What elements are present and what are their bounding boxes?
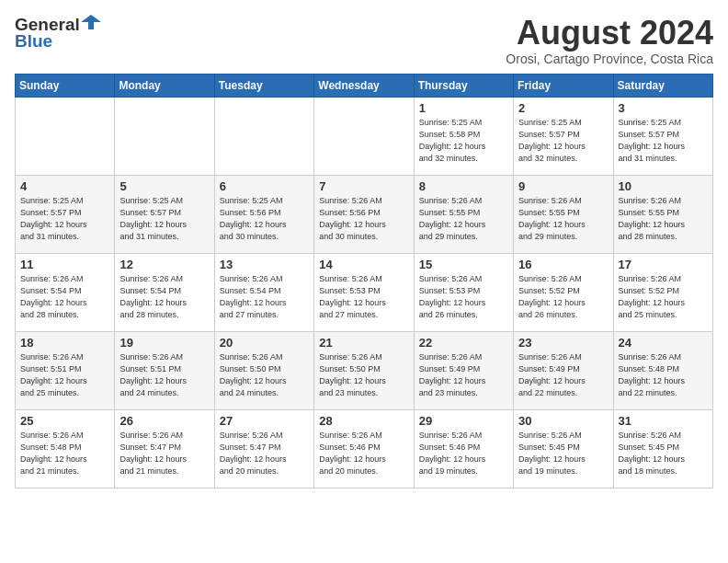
week-row-3: 11Sunrise: 5:26 AM Sunset: 5:54 PM Dayli… [16,253,713,331]
day-number: 15 [419,258,508,271]
calendar-cell: 12Sunrise: 5:26 AM Sunset: 5:54 PM Dayli… [115,253,214,331]
svg-marker-0 [81,15,101,29]
calendar-cell: 3Sunrise: 5:25 AM Sunset: 5:57 PM Daylig… [613,97,712,175]
calendar-cell: 1Sunrise: 5:25 AM Sunset: 5:58 PM Daylig… [414,97,513,175]
calendar-cell: 13Sunrise: 5:26 AM Sunset: 5:54 PM Dayli… [214,253,313,331]
day-info: Sunrise: 5:26 AM Sunset: 5:55 PM Dayligh… [419,195,508,243]
day-number: 18 [20,336,109,350]
calendar-cell: 20Sunrise: 5:26 AM Sunset: 5:50 PM Dayli… [214,331,313,409]
day-number: 31 [619,414,708,428]
calendar-cell: 2Sunrise: 5:25 AM Sunset: 5:57 PM Daylig… [514,97,613,175]
day-number: 5 [119,179,209,193]
day-number: 8 [419,179,508,193]
calendar-cell: 29Sunrise: 5:26 AM Sunset: 5:46 PM Dayli… [414,409,513,488]
calendar-cell: 5Sunrise: 5:25 AM Sunset: 5:57 PM Daylig… [115,175,214,253]
day-number: 29 [419,414,508,428]
day-info: Sunrise: 5:25 AM Sunset: 5:57 PM Dayligh… [518,117,608,165]
day-info: Sunrise: 5:25 AM Sunset: 5:57 PM Dayligh… [119,195,209,243]
day-info: Sunrise: 5:26 AM Sunset: 5:54 PM Dayligh… [20,273,109,321]
day-number: 20 [220,336,309,350]
day-number: 22 [419,336,508,350]
calendar-cell: 7Sunrise: 5:26 AM Sunset: 5:56 PM Daylig… [314,175,414,253]
day-number: 1 [419,101,508,115]
calendar-cell [314,97,414,175]
day-number: 10 [619,179,708,193]
day-header-saturday: Saturday [613,74,712,97]
day-number: 16 [518,258,608,271]
calendar-cell: 14Sunrise: 5:26 AM Sunset: 5:53 PM Dayli… [314,253,414,331]
calendar-cell: 8Sunrise: 5:26 AM Sunset: 5:55 PM Daylig… [414,175,513,253]
day-info: Sunrise: 5:26 AM Sunset: 5:47 PM Dayligh… [220,430,309,477]
calendar-cell: 23Sunrise: 5:26 AM Sunset: 5:49 PM Dayli… [514,331,613,409]
day-info: Sunrise: 5:26 AM Sunset: 5:45 PM Dayligh… [518,430,608,477]
calendar-cell: 9Sunrise: 5:26 AM Sunset: 5:55 PM Daylig… [514,175,613,253]
day-header-monday: Monday [115,74,214,97]
day-info: Sunrise: 5:26 AM Sunset: 5:51 PM Dayligh… [119,351,209,399]
day-info: Sunrise: 5:26 AM Sunset: 5:46 PM Dayligh… [419,430,508,477]
day-info: Sunrise: 5:26 AM Sunset: 5:49 PM Dayligh… [419,351,508,399]
day-number: 7 [319,179,408,193]
day-info: Sunrise: 5:26 AM Sunset: 5:47 PM Dayligh… [119,430,209,477]
day-info: Sunrise: 5:26 AM Sunset: 5:45 PM Dayligh… [619,430,708,477]
day-info: Sunrise: 5:25 AM Sunset: 5:57 PM Dayligh… [20,195,109,243]
calendar-cell [115,97,214,175]
location-subtitle: Orosi, Cartago Province, Costa Rica [506,52,713,66]
day-info: Sunrise: 5:26 AM Sunset: 5:54 PM Dayligh… [220,273,309,321]
calendar-cell: 18Sunrise: 5:26 AM Sunset: 5:51 PM Dayli… [16,331,115,409]
day-info: Sunrise: 5:26 AM Sunset: 5:55 PM Dayligh… [518,195,608,243]
day-info: Sunrise: 5:25 AM Sunset: 5:57 PM Dayligh… [619,117,708,165]
week-row-5: 25Sunrise: 5:26 AM Sunset: 5:48 PM Dayli… [16,409,713,488]
day-number: 24 [619,336,708,350]
day-info: Sunrise: 5:26 AM Sunset: 5:51 PM Dayligh… [20,351,109,399]
calendar-cell: 10Sunrise: 5:26 AM Sunset: 5:55 PM Dayli… [613,175,712,253]
day-info: Sunrise: 5:26 AM Sunset: 5:52 PM Dayligh… [619,273,708,321]
logo-blue-text: Blue [15,31,52,52]
day-info: Sunrise: 5:26 AM Sunset: 5:53 PM Dayligh… [319,273,408,321]
title-area: August 2024 Orosi, Cartago Province, Cos… [506,15,713,66]
day-header-tuesday: Tuesday [214,74,313,97]
day-number: 17 [619,258,708,271]
calendar-cell: 31Sunrise: 5:26 AM Sunset: 5:45 PM Dayli… [613,409,712,488]
logo: General Blue [15,15,101,52]
day-info: Sunrise: 5:26 AM Sunset: 5:52 PM Dayligh… [518,273,608,321]
calendar-cell: 21Sunrise: 5:26 AM Sunset: 5:50 PM Dayli… [314,331,414,409]
day-info: Sunrise: 5:26 AM Sunset: 5:56 PM Dayligh… [319,195,408,243]
day-info: Sunrise: 5:25 AM Sunset: 5:58 PM Dayligh… [419,117,508,165]
day-number: 11 [20,258,109,271]
day-number: 21 [319,336,408,350]
week-row-4: 18Sunrise: 5:26 AM Sunset: 5:51 PM Dayli… [16,331,713,409]
calendar-cell: 11Sunrise: 5:26 AM Sunset: 5:54 PM Dayli… [16,253,115,331]
calendar-cell: 25Sunrise: 5:26 AM Sunset: 5:48 PM Dayli… [16,409,115,488]
day-number: 14 [319,258,408,271]
calendar-cell: 28Sunrise: 5:26 AM Sunset: 5:46 PM Dayli… [314,409,414,488]
day-number: 12 [119,258,209,271]
logo-bird-icon [81,13,101,33]
calendar-table: SundayMondayTuesdayWednesdayThursdayFrid… [15,74,713,488]
calendar-cell: 17Sunrise: 5:26 AM Sunset: 5:52 PM Dayli… [613,253,712,331]
day-number: 9 [518,179,608,193]
calendar-cell: 16Sunrise: 5:26 AM Sunset: 5:52 PM Dayli… [514,253,613,331]
calendar-cell: 30Sunrise: 5:26 AM Sunset: 5:45 PM Dayli… [514,409,613,488]
day-number: 27 [220,414,309,428]
day-info: Sunrise: 5:26 AM Sunset: 5:50 PM Dayligh… [220,351,309,399]
day-number: 30 [518,414,608,428]
page-header: General Blue August 2024 Orosi, Cartago … [15,15,713,66]
day-info: Sunrise: 5:26 AM Sunset: 5:54 PM Dayligh… [119,273,209,321]
calendar-cell [214,97,313,175]
day-info: Sunrise: 5:26 AM Sunset: 5:48 PM Dayligh… [619,351,708,399]
day-info: Sunrise: 5:26 AM Sunset: 5:53 PM Dayligh… [419,273,508,321]
day-info: Sunrise: 5:26 AM Sunset: 5:50 PM Dayligh… [319,351,408,399]
calendar-cell: 6Sunrise: 5:25 AM Sunset: 5:56 PM Daylig… [214,175,313,253]
day-number: 28 [319,414,408,428]
day-header-friday: Friday [514,74,613,97]
week-row-2: 4Sunrise: 5:25 AM Sunset: 5:57 PM Daylig… [16,175,713,253]
day-number: 6 [220,179,309,193]
day-number: 25 [20,414,109,428]
day-number: 3 [619,101,708,115]
day-info: Sunrise: 5:26 AM Sunset: 5:49 PM Dayligh… [518,351,608,399]
day-number: 4 [20,179,109,193]
calendar-cell: 15Sunrise: 5:26 AM Sunset: 5:53 PM Dayli… [414,253,513,331]
calendar-cell [16,97,115,175]
day-number: 19 [119,336,209,350]
calendar-cell: 22Sunrise: 5:26 AM Sunset: 5:49 PM Dayli… [414,331,513,409]
